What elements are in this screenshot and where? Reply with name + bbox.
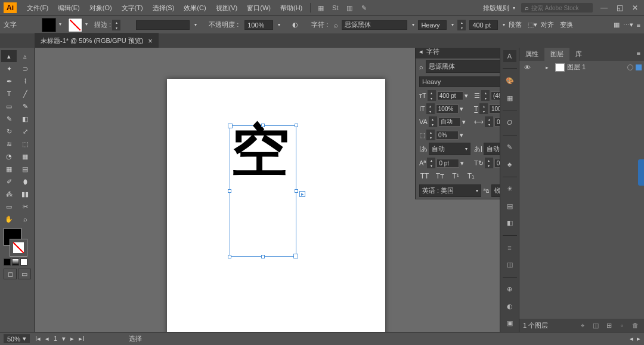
stroke-spinner[interactable]: ▴▾ — [112, 20, 120, 30]
type-tool[interactable]: T — [1, 88, 17, 100]
rotation-input[interactable] — [494, 159, 500, 168]
gradient-tool[interactable]: ▤ — [17, 163, 33, 175]
kerning-input[interactable] — [438, 118, 461, 127]
locate-icon[interactable]: ⌖ — [577, 322, 588, 329]
gpu-icon[interactable]: ✎ — [358, 2, 369, 13]
graphic-styles-icon[interactable]: ▣ — [503, 318, 516, 329]
scroll-left-icon[interactable]: ◂ — [630, 335, 633, 343]
artboard-nav[interactable]: І◂◂1▾▸▸І — [33, 335, 86, 343]
tab-close-icon[interactable]: × — [148, 37, 153, 45]
fill-stroke-control[interactable] — [1, 228, 30, 257]
align-panel-icon[interactable]: ≡ — [503, 242, 516, 254]
free-transform-tool[interactable]: ⬚ — [17, 138, 33, 150]
maximize-button[interactable]: ◱ — [614, 4, 625, 12]
font-family-select[interactable]: 思源黑体▾ — [426, 60, 500, 73]
new-layer-icon[interactable]: ▫ — [617, 322, 627, 329]
font-weight-input[interactable] — [418, 20, 447, 30]
gradient-mode[interactable] — [12, 258, 19, 266]
smallcaps-icon[interactable]: Tᴛ — [435, 172, 445, 180]
draw-normal[interactable]: ◻ — [4, 269, 17, 279]
stock-icon[interactable]: St — [330, 2, 340, 13]
delete-layer-icon[interactable]: 🗑 — [630, 322, 640, 329]
menu-type[interactable]: 文字(T) — [117, 2, 147, 14]
menu-effect[interactable]: 效果(C) — [179, 2, 210, 14]
zoom-select[interactable]: 50%▾ — [4, 334, 30, 343]
font-size-input[interactable] — [469, 20, 498, 30]
minimize-button[interactable]: — — [599, 4, 609, 12]
type-panel-icon[interactable]: A — [503, 50, 516, 62]
superscript-icon[interactable]: T¹ — [450, 172, 461, 180]
eraser-tool[interactable]: ◧ — [17, 113, 33, 125]
align-icon[interactable]: ⬚▾ — [528, 21, 537, 29]
blend-tool[interactable]: ⬮ — [17, 175, 33, 187]
hscale-input[interactable] — [489, 104, 500, 113]
shaper-tool[interactable]: ✎ — [1, 113, 17, 125]
document-tab[interactable]: 未标题-1* @ 50% (RGB/GPU 预览) × — [35, 33, 159, 48]
canvas[interactable]: 空 ▸ ◂ 字符 ▸▸ ≡ ⌕ 思源黑体▾ Heavy▾ — [35, 48, 500, 332]
language-select[interactable]: 英语 : 美国▾ — [419, 184, 481, 197]
expand-tab[interactable] — [638, 159, 644, 186]
menu-file[interactable]: 文件(F) — [23, 2, 52, 14]
size-spinner[interactable]: ▴▾ — [428, 90, 436, 101]
aki-before-select[interactable]: 自动▾ — [429, 143, 470, 155]
tab-properties[interactable]: 属性 — [519, 48, 544, 61]
panel-collapse-icon[interactable]: ◂ — [419, 48, 423, 56]
layer-name[interactable]: 图层 1 — [567, 63, 625, 72]
scroll-right-icon[interactable]: ▸ — [637, 335, 640, 343]
bridge-icon[interactable]: ▦ — [315, 2, 326, 13]
magic-wand-tool[interactable]: ✦ — [1, 63, 17, 75]
new-sublayer-icon[interactable]: ⊞ — [603, 322, 614, 329]
menu-select[interactable]: 选择(S) — [148, 2, 179, 14]
menu-window[interactable]: 窗口(W) — [243, 2, 275, 14]
menu-view[interactable]: 视图(V) — [212, 2, 242, 14]
visibility-toggle[interactable]: 👁 — [522, 64, 532, 71]
perspective-tool[interactable]: ▦ — [17, 150, 33, 162]
workspace-switcher[interactable]: 排版规则 ▾ — [478, 2, 520, 14]
layer-row[interactable]: 👁 ▸ 图层 1 — [519, 61, 644, 73]
glyphs-panel-icon[interactable]: O — [503, 116, 516, 128]
none-mode[interactable] — [20, 258, 27, 266]
allcaps-icon[interactable]: TT — [419, 172, 430, 180]
options-more-icon[interactable]: ⋯▾ — [623, 21, 633, 29]
screen-mode[interactable]: ▭ — [18, 269, 31, 279]
tab-libraries[interactable]: 库 — [569, 48, 588, 61]
shape-builder-tool[interactable]: ◔ — [1, 150, 17, 162]
stock-search-input[interactable] — [531, 5, 579, 11]
aki-after-select[interactable]: 自动▾ — [484, 143, 500, 155]
selection-tool[interactable]: ▴ — [1, 50, 17, 62]
menu-help[interactable]: 帮助(H) — [276, 2, 306, 14]
symbol-sprayer-tool[interactable]: ⁂ — [1, 188, 17, 200]
brushes-panel-icon[interactable]: ✎ — [503, 141, 516, 153]
pathfinder-panel-icon[interactable]: ◫ — [503, 258, 516, 270]
rectangle-tool[interactable]: ▭ — [1, 100, 17, 112]
transform-panel-icon[interactable]: ⊕ — [503, 284, 516, 295]
vscale-input[interactable] — [436, 104, 459, 113]
paintbrush-tool[interactable]: ✎ — [17, 100, 33, 112]
underline-icon[interactable]: T̲ — [499, 172, 500, 180]
align-link[interactable]: 对齐 — [541, 20, 554, 29]
opacity-input[interactable] — [244, 20, 273, 30]
direct-selection-tool[interactable]: ▵ — [17, 50, 33, 62]
stock-search[interactable]: ⌕ — [521, 3, 593, 13]
stroke-panel-icon[interactable]: ☀ — [503, 183, 516, 195]
hand-tool[interactable]: ✋ — [1, 213, 17, 225]
stroke-profile[interactable] — [136, 20, 190, 30]
size-input[interactable] — [437, 91, 463, 100]
stroke-swatch[interactable] — [68, 18, 82, 32]
zoom-tool[interactable]: ⌕ — [17, 213, 33, 225]
stroke-color[interactable] — [10, 239, 27, 257]
close-button[interactable]: ✕ — [630, 4, 640, 12]
transparency-panel-icon[interactable]: ◧ — [503, 217, 516, 229]
arrange-icon[interactable]: ▥ — [344, 2, 355, 13]
leading-input[interactable] — [491, 91, 500, 100]
baseline-input[interactable] — [436, 159, 459, 168]
subscript-icon[interactable]: T₁ — [466, 172, 476, 180]
text-frame[interactable]: 空 ▸ — [230, 125, 296, 257]
panel-menu-icon[interactable]: ≡ — [633, 48, 644, 61]
panel-menu-icon[interactable]: ≡ — [637, 21, 640, 29]
curvature-tool[interactable]: ⌇ — [17, 75, 33, 87]
antialias-select[interactable]: 锐化▾ — [491, 184, 500, 197]
menu-edit[interactable]: 编辑(E) — [54, 2, 84, 14]
tracking-input[interactable] — [494, 118, 500, 127]
tsume-input[interactable] — [436, 131, 459, 140]
